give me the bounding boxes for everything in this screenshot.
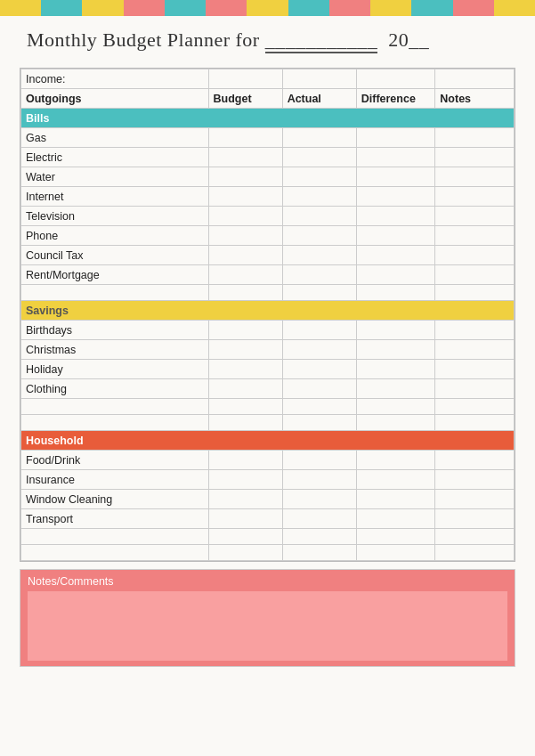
title-year: 20__	[388, 28, 429, 51]
income-actual	[282, 69, 356, 89]
col-budget: Budget	[208, 89, 282, 109]
table-row: Water	[21, 167, 515, 187]
budget-table: Income: Outgoings Budget Actual Differen…	[20, 69, 515, 561]
bills-header-row: Bills	[21, 109, 515, 128]
income-budget	[208, 69, 282, 89]
spacer-row	[21, 545, 515, 561]
deco-segment	[288, 0, 329, 16]
table-row: Internet	[21, 187, 515, 207]
title-text: Monthly Budget Planner for	[27, 28, 260, 51]
table-row: Council Tax	[21, 246, 515, 265]
table-row: Christmas	[21, 340, 515, 360]
deco-segment	[206, 0, 247, 16]
page: Monthly Budget Planner for ___________ 2…	[0, 0, 535, 756]
deco-segment	[165, 0, 206, 16]
table-row: Rent/Mortgage	[21, 265, 515, 285]
table-row: Window Cleaning	[21, 490, 515, 509]
spacer-row	[21, 529, 515, 545]
deco-segment	[453, 0, 494, 16]
title-area: Monthly Budget Planner for ___________ 2…	[0, 16, 535, 62]
bills-label: Bills	[21, 109, 515, 128]
table-row: Electric	[21, 148, 515, 167]
title-for-line: ___________	[265, 28, 378, 53]
savings-label: Savings	[21, 301, 515, 321]
table-row: Insurance	[21, 470, 515, 490]
income-row: Income:	[21, 69, 515, 89]
notes-label: Notes/Comments	[28, 575, 507, 588]
deco-segment	[411, 0, 452, 16]
budget-table-container: Income: Outgoings Budget Actual Differen…	[20, 68, 515, 562]
table-row: Gas	[21, 128, 515, 148]
savings-header-row: Savings	[21, 301, 515, 321]
bottom-deco-bar	[0, 740, 535, 756]
table-row: Television	[21, 207, 515, 226]
top-deco-bar	[0, 0, 535, 16]
table-row: Food/Drink	[21, 451, 515, 470]
col-outgoings: Outgoings	[21, 89, 209, 109]
deco-segment	[247, 0, 288, 16]
income-diff	[356, 69, 435, 89]
spacer-row	[21, 399, 515, 415]
table-row: Transport	[21, 509, 515, 529]
spacer-row	[21, 415, 515, 431]
deco-segment	[370, 0, 411, 16]
spacer-row	[21, 285, 515, 301]
table-row: Holiday	[21, 360, 515, 379]
income-label: Income:	[21, 69, 209, 89]
table-row: Phone	[21, 226, 515, 246]
table-row: Birthdays	[21, 321, 515, 340]
col-actual: Actual	[282, 89, 356, 109]
col-notes: Notes	[435, 89, 515, 109]
deco-segment	[124, 0, 165, 16]
household-label: Household	[21, 431, 515, 451]
household-header-row: Household	[21, 431, 515, 451]
notes-content[interactable]	[28, 591, 507, 661]
deco-segment	[494, 0, 535, 16]
table-row: Clothing	[21, 379, 515, 399]
deco-segment	[0, 0, 41, 16]
notes-section: Notes/Comments	[20, 569, 515, 667]
deco-segment	[82, 0, 123, 16]
col-difference: Difference	[356, 89, 435, 109]
income-notes	[435, 69, 515, 89]
deco-segment	[41, 0, 82, 16]
header-row: Outgoings Budget Actual Difference Notes	[21, 89, 515, 109]
deco-segment	[329, 0, 370, 16]
